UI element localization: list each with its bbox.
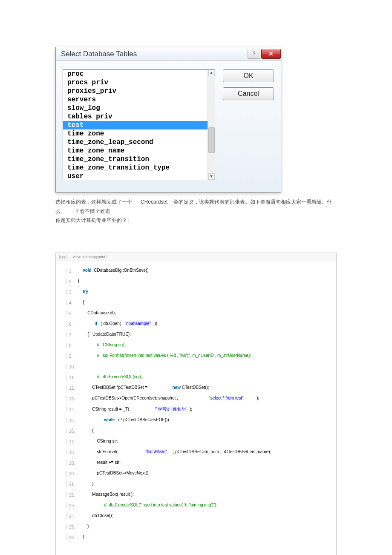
scroll-down-icon[interactable]: ▼ xyxy=(208,173,215,180)
help-button[interactable]: ? xyxy=(248,49,260,59)
code-line: 25. } xyxy=(66,524,332,529)
code-line: 19. result += str; xyxy=(66,460,332,466)
list-item[interactable]: servers xyxy=(63,95,208,104)
code-line: 4. { xyxy=(66,300,332,305)
close-button[interactable]: ✕ xyxy=(261,49,281,59)
code-line: 1. void CDatabaseDlg::OnBtnSave() xyxy=(66,268,332,273)
code-toolbar-links[interactable]: view plaincopyprint? xyxy=(73,255,107,259)
cancel-button[interactable]: Cancel xyxy=(223,87,274,100)
list-item[interactable]: time_zone_name xyxy=(63,147,208,155)
code-line: 15. while ( ! pCTestDBSet->IsEOF()) xyxy=(66,417,332,423)
code-line: 10. xyxy=(66,364,332,369)
code-line: 9. // sql.Format("insert into test value… xyxy=(66,353,332,359)
list-item[interactable]: time_zone_transition xyxy=(63,155,208,164)
code-line: 8. // CString sql; xyxy=(66,342,332,348)
code-header: [cpp] view plaincopyprint? xyxy=(55,253,337,261)
text-cursor xyxy=(129,218,129,224)
code-line: 12. CTestDBSet *pCTestDBSet = new CTestD… xyxy=(66,385,332,391)
code-line: 14. CString result = _T( " 学号\t 姓名 \n" )… xyxy=(66,406,332,412)
code-line: 21. } xyxy=(66,481,332,487)
code-line: 5. CDatabase db; xyxy=(66,311,332,316)
list-item[interactable]: time_zone xyxy=(63,129,208,138)
code-line: 6. if ( db.Open( "noahsample" )) xyxy=(66,321,332,327)
code-line: 7. { UpdateData(TRUE); xyxy=(66,332,332,337)
code-lang: [cpp] xyxy=(59,255,68,259)
list-item[interactable]: procs_priv xyxy=(63,78,208,87)
list-item[interactable]: time_zone_leap_second xyxy=(63,138,208,147)
listbox-scrollbar[interactable]: ▲ ▼ xyxy=(208,70,215,180)
code-line: 26. } xyxy=(66,535,332,540)
ok-button[interactable]: OK xyxy=(223,69,274,82)
list-item[interactable]: tables_priv xyxy=(63,112,208,121)
scroll-thumb[interactable] xyxy=(208,127,215,153)
select-tables-dialog: Select Database Tables ? ✕ procprocs_pri… xyxy=(55,47,281,193)
list-item[interactable]: proc xyxy=(63,70,208,78)
code-block: 1. void CDatabaseDlg::OnBtnSave() 2.{ 3.… xyxy=(55,261,337,555)
code-line: 17. CString str; xyxy=(66,439,332,444)
code-line: 16. { xyxy=(66,428,332,434)
code-line: 24. db.Close(); xyxy=(66,513,332,519)
code-line: 18. str.Format( "%d \t%s\n" , pCTestDBSe… xyxy=(66,449,332,455)
tables-listbox[interactable]: procprocs_privproxies_privserversslow_lo… xyxy=(63,69,215,180)
dialog-title: Select Database Tables xyxy=(61,50,137,58)
code-line: 3. try xyxy=(66,289,332,295)
code-line: 2.{ xyxy=(66,279,332,284)
list-item[interactable]: proxies_priv xyxy=(63,87,208,95)
scroll-up-icon[interactable]: ▲ xyxy=(208,70,215,76)
list-item[interactable]: user xyxy=(63,172,208,180)
code-line: 13. pCTestDBSet->Open(CRecordset::snapsh… xyxy=(66,396,332,401)
list-item[interactable]: test xyxy=(63,121,208,129)
code-line: 22. MessageBox( result ); xyxy=(66,492,332,497)
list-item[interactable]: slow_log xyxy=(63,104,208,112)
code-line: 23. // db.ExecuteSQL("insert into test v… xyxy=(66,503,332,508)
description-text: 选择相应的表，这样就完成了一个 CRecordset 类的定义，该类就代表的那张… xyxy=(55,198,337,225)
code-line: 11. // db.ExecuteSQL(sql); xyxy=(66,374,332,380)
dialog-titlebar: Select Database Tables ? ✕ xyxy=(56,47,281,61)
list-item[interactable]: time_zone_transition_type xyxy=(63,164,208,172)
code-line: 20. pCTestDBSet->MoveNext(); xyxy=(66,471,332,476)
